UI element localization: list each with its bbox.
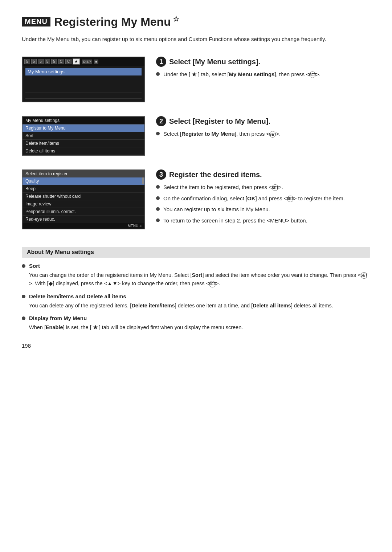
screen2-row-delete-all: Delete all items	[23, 147, 144, 155]
bullet-dot	[156, 72, 160, 76]
step-2-screen: My Menu settings Register to My Menu Sor…	[22, 116, 145, 159]
step-1-bullet-1: Under the [ ★ ] tab, select [My Menu set…	[156, 70, 370, 79]
step-3-bullet-2-text: On the confirmation dialog, select [OK] …	[163, 195, 345, 203]
tab-3: 5	[38, 59, 44, 64]
step-2-heading-text: Select [Register to My Menu].	[169, 117, 270, 126]
screen3-title: Select item to register	[23, 170, 144, 177]
empty-row-1	[25, 76, 142, 81]
about-display-title: Display from My Menu	[22, 315, 370, 321]
tab-1: 5	[24, 59, 30, 64]
disp-badge: DISP	[82, 60, 92, 64]
step-2-row: My Menu settings Register to My Menu Sor…	[22, 116, 370, 159]
intro-text: Under the My Menu tab, you can register …	[22, 35, 370, 44]
screen2-row-sort: Sort	[23, 132, 144, 140]
step-3-bullet-4-text: To return to the screen in step 2, press…	[163, 217, 307, 225]
step-1-heading-text: Select [My Menu settings].	[169, 58, 260, 66]
page-container: MENU Registering My Menu ☆ Under the My …	[22, 15, 370, 349]
empty-row-3	[25, 88, 142, 93]
info-badge: ■	[94, 60, 98, 64]
steps-container: 5 5 5 5 5 C C ★ DISP ■ My Menu settings	[22, 57, 370, 243]
bullet-dot-1	[156, 185, 160, 189]
camera-screen-3: Select item to register Quality Beep Rel…	[22, 169, 145, 229]
about-delete-body: You can delete any of the registered ite…	[29, 302, 370, 310]
section-divider	[22, 50, 370, 50]
star-icon: ☆	[171, 15, 180, 23]
tab-6: C	[58, 59, 64, 64]
bullet-dot-delete	[22, 295, 25, 298]
menu-badge: MENU	[22, 17, 50, 26]
step-1-bullet-1-text: Under the [ ★ ] tab, select [My Menu set…	[163, 70, 320, 79]
screen3-content: Quality Beep Release shutter without car…	[23, 177, 144, 223]
step-1-heading: 1 Select [My Menu settings].	[156, 57, 370, 67]
step-2-number: 2	[156, 116, 166, 126]
display-label: Display from My Menu	[29, 315, 87, 321]
tab-7: C	[65, 59, 72, 64]
step-3-bullets: Select the item to be registered, then p…	[156, 183, 370, 225]
delete-label: Delete item/items and Delete all items	[29, 293, 126, 299]
bullet-dot-3	[156, 207, 160, 211]
screen3-row-peripheral: Peripheral illumin. correct.	[23, 208, 144, 216]
screen3-row-image-review: Image review	[23, 200, 144, 208]
step-2-heading: 2 Select [Register to My Menu].	[156, 116, 370, 126]
screen3-row-beep: Beep	[23, 185, 144, 193]
screen-tab-bar: 5 5 5 5 5 C C ★ DISP ■	[23, 57, 144, 66]
screen3-row-redeye: Red-eye reduc.	[23, 216, 144, 223]
step-2-bullet-1: Select [Register to My Menu], then press…	[156, 130, 370, 138]
about-display-body: When [Enable] is set, the [ ★ ] tab will…	[29, 323, 370, 332]
page-title: Registering My Menu ☆	[54, 15, 179, 29]
about-sort-title: Sort	[22, 263, 370, 269]
screen2-row-delete-item: Delete item/items	[23, 140, 144, 147]
bullet-dot-sort	[22, 264, 25, 268]
about-delete-title: Delete item/items and Delete all items	[22, 293, 370, 299]
step-3-heading: 3 Register the desired items.	[156, 169, 370, 180]
bullet-dot-4	[156, 218, 160, 222]
about-section-sort: Sort You can change the order of the reg…	[22, 263, 370, 288]
step-2-bullet-1-text: Select [Register to My Menu], then press…	[163, 130, 281, 138]
step-2-bullets: Select [Register to My Menu], then press…	[156, 130, 370, 138]
screen3-footer: MENU ↩	[23, 223, 144, 229]
about-box-title: About My Menu settings	[27, 249, 94, 255]
step-3-number: 3	[156, 169, 166, 180]
screen2-title: My Menu settings	[23, 117, 144, 124]
step-3-bullet-3: You can register up to six items in My M…	[156, 205, 370, 214]
screen3-row-quality: Quality	[23, 177, 144, 185]
step-1-number: 1	[156, 57, 166, 67]
step-2-content: 2 Select [Register to My Menu]. Select […	[156, 116, 370, 141]
step-3-content: 3 Register the desired items. Select the…	[156, 169, 370, 228]
step-3-bullet-1-text: Select the item to be registered, then p…	[163, 183, 283, 192]
screen-1-content: My Menu settings	[23, 66, 144, 102]
tab-star: ★	[73, 58, 80, 65]
title-row: MENU Registering My Menu ☆	[22, 15, 370, 29]
step-3-bullet-1: Select the item to be registered, then p…	[156, 183, 370, 192]
step-1-content: 1 Select [My Menu settings]. Under the […	[156, 57, 370, 82]
screen3-row-release: Release shutter without card	[23, 193, 144, 200]
tab-2: 5	[31, 59, 37, 64]
page-number: 198	[22, 343, 370, 349]
step-3-bullet-3-text: You can register up to six items in My M…	[163, 205, 270, 214]
scrollbar	[142, 177, 144, 184]
page-title-text: Registering My Menu	[54, 15, 171, 28]
menu-back-label: MENU ↩	[128, 224, 142, 228]
screen2-row-register: Register to My Menu	[23, 124, 144, 132]
about-box: About My Menu settings	[22, 247, 370, 258]
step-3-bullet-4: To return to the screen in step 2, press…	[156, 217, 370, 225]
step-3-bullet-2: On the confirmation dialog, select [OK] …	[156, 195, 370, 203]
camera-screen-2: My Menu settings Register to My Menu Sor…	[22, 116, 145, 156]
empty-row-4	[25, 94, 142, 99]
my-menu-settings-row: My Menu settings	[25, 68, 142, 75]
tab-4: 5	[45, 59, 50, 64]
camera-screen-1: 5 5 5 5 5 C C ★ DISP ■ My Menu settings	[22, 57, 145, 102]
step-1-row: 5 5 5 5 5 C C ★ DISP ■ My Menu settings	[22, 57, 370, 106]
sort-label: Sort	[29, 263, 40, 269]
about-section-display: Display from My Menu When [Enable] is se…	[22, 315, 370, 332]
step-3-screen: Select item to register Quality Beep Rel…	[22, 169, 145, 233]
about-section-delete: Delete item/items and Delete all items Y…	[22, 293, 370, 310]
step-1-screen: 5 5 5 5 5 C C ★ DISP ■ My Menu settings	[22, 57, 145, 106]
step-1-bullets: Under the [ ★ ] tab, select [My Menu set…	[156, 70, 370, 79]
bullet-dot	[156, 132, 160, 135]
step-3-heading-text: Register the desired items.	[169, 171, 262, 179]
bullet-dot-2	[156, 196, 160, 200]
bullet-dot-display	[22, 316, 25, 320]
about-sort-body: You can change the order of the register…	[29, 271, 370, 288]
empty-row-2	[25, 82, 142, 87]
